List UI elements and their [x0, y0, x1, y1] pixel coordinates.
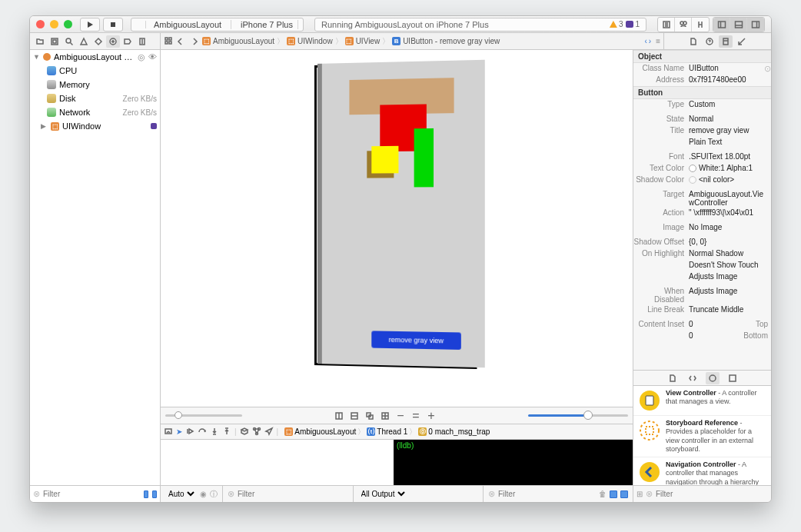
console-pane-left[interactable]: [610, 490, 617, 498]
navigator-selector[interactable]: [30, 33, 161, 49]
assistant-editor-icon[interactable]: [675, 18, 692, 32]
scheme-selector[interactable]: AmbiguousLayout iPhone 7 Plus: [131, 18, 304, 32]
library-item-storyboard-reference[interactable]: Storyboard Reference - Provides a placeh…: [633, 416, 771, 457]
variables-scope-selector[interactable]: Auto: [165, 489, 197, 499]
file-template-icon[interactable]: [666, 372, 680, 384]
uiwindow-row[interactable]: ▶⬚UIWindow: [30, 119, 160, 133]
warnings-badge[interactable]: 3: [610, 20, 623, 28]
code-snippet-icon[interactable]: [686, 372, 700, 384]
report-nav-icon[interactable]: [135, 35, 149, 48]
next-item-icon[interactable]: ›: [649, 37, 651, 45]
green-view[interactable]: [414, 128, 434, 188]
step-over-icon[interactable]: [198, 427, 207, 437]
editor-mode-segment[interactable]: [657, 17, 710, 32]
layers-icon[interactable]: [362, 409, 377, 423]
eye-icon[interactable]: 👁: [148, 52, 157, 62]
library-grid-icon[interactable]: ⊞: [636, 490, 643, 498]
classname-jump-icon[interactable]: ⊙: [764, 64, 771, 74]
file-inspector-icon[interactable]: [686, 35, 700, 48]
continue-icon[interactable]: [185, 427, 194, 437]
jump-bar[interactable]: ⬚AmbiguousLayout〉 ⬚UIWindow〉 ⬚UIView〉 BU…: [161, 33, 663, 49]
cpu-row[interactable]: CPU: [30, 64, 160, 78]
find-nav-icon[interactable]: [62, 35, 76, 48]
object-library-list[interactable]: View Controller - A controller that mana…: [633, 385, 771, 485]
media-library-icon[interactable]: [726, 372, 740, 384]
version-editor-icon[interactable]: [692, 18, 709, 32]
hide-debug-icon[interactable]: [164, 427, 173, 437]
quick-help-icon[interactable]: [703, 35, 716, 48]
debug-nav-icon[interactable]: [106, 35, 120, 48]
project-nav-icon[interactable]: [33, 35, 47, 48]
process-row[interactable]: ▼ AmbiguousLayout PID 28… ◎ 👁: [30, 50, 160, 64]
trash-icon[interactable]: 🗑: [599, 490, 607, 498]
size-inspector-icon[interactable]: [735, 35, 749, 48]
view-debugger-canvas[interactable]: remove gray view: [161, 50, 633, 407]
inspector-selector[interactable]: [663, 33, 771, 49]
constraints-icon[interactable]: [347, 409, 362, 423]
rendered-hierarchy[interactable]: remove gray view: [314, 62, 477, 369]
output-scope-selector[interactable]: All Output: [358, 489, 407, 499]
spacing-slider[interactable]: [165, 414, 242, 417]
step-into-icon[interactable]: [210, 427, 219, 437]
related-items-icon[interactable]: [164, 36, 173, 47]
library-item-navigation-controller[interactable]: Navigation Controller - A controller tha…: [633, 457, 771, 485]
standard-editor-icon[interactable]: [658, 18, 675, 32]
navigator-filter-input[interactable]: [43, 490, 141, 498]
variables-filter-input[interactable]: [238, 490, 348, 498]
vars-filter-clear-icon[interactable]: ⊗: [228, 489, 234, 499]
network-row[interactable]: NetworkZero KB/s: [30, 105, 160, 119]
visible-range-slider[interactable]: [528, 414, 628, 417]
step-out-icon[interactable]: [222, 427, 231, 437]
object-library-icon[interactable]: [706, 372, 720, 384]
object-inspector-icon[interactable]: [719, 35, 733, 48]
test-nav-icon[interactable]: [91, 35, 105, 48]
filter-toggle-1[interactable]: [144, 490, 148, 498]
stop-button[interactable]: [103, 18, 123, 32]
zoom-out-icon[interactable]: −: [393, 409, 408, 423]
close-button[interactable]: [36, 20, 45, 28]
yellow-view[interactable]: [371, 146, 398, 174]
disk-row[interactable]: DiskZero KB/s: [30, 91, 160, 105]
bottom-panel-icon[interactable]: [730, 18, 747, 32]
memory-row[interactable]: Memory: [30, 78, 160, 91]
zoom-in-icon[interactable]: +: [424, 409, 439, 423]
filter-toggle-2[interactable]: [152, 490, 157, 498]
thread-breadcrumb[interactable]: ⬚AmbiguousLayout〉 ⒯Thread 1〉 ⓪0 mach_msg…: [284, 427, 490, 437]
symbol-nav-icon[interactable]: [48, 35, 61, 48]
jumpbar-menu-icon[interactable]: ≡: [656, 37, 660, 45]
location-icon[interactable]: [264, 427, 274, 437]
view-debug-icon[interactable]: [240, 427, 249, 437]
breakpoint-toggle-icon[interactable]: ➤: [176, 427, 182, 436]
output-filter-input[interactable]: [498, 490, 596, 498]
memory-graph-icon[interactable]: [252, 427, 261, 437]
zoom-actual-icon[interactable]: =: [408, 409, 424, 423]
minimize-button[interactable]: [50, 20, 58, 28]
library-filter-clear-icon[interactable]: ⊗: [646, 489, 653, 499]
bullseye-icon[interactable]: ◎: [138, 52, 145, 62]
breadcrumb[interactable]: ⬚AmbiguousLayout〉 ⬚UIWindow〉 ⬚UIView〉 BU…: [202, 36, 500, 47]
out-filter-clear-icon[interactable]: ⊗: [488, 489, 495, 499]
issue-nav-icon[interactable]: [77, 35, 91, 48]
forward-button[interactable]: [188, 35, 201, 48]
prev-item-icon[interactable]: ‹: [644, 37, 646, 45]
breakpoint-nav-icon[interactable]: [121, 35, 135, 48]
print-desc-icon[interactable]: ⓘ: [210, 489, 218, 500]
console-pane-right[interactable]: [620, 490, 628, 498]
library-filter-input[interactable]: [656, 490, 768, 498]
quicklook-icon[interactable]: ◉: [200, 490, 207, 498]
run-button[interactable]: [80, 18, 100, 32]
library-tabs[interactable]: [633, 370, 771, 385]
console-output[interactable]: (lldb): [394, 440, 633, 485]
right-panel-icon[interactable]: [747, 18, 764, 32]
back-button[interactable]: [174, 35, 187, 48]
left-panel-icon[interactable]: [713, 18, 730, 32]
panel-toggle-segment[interactable]: [713, 17, 765, 32]
filter-clear-icon[interactable]: ⊗: [33, 489, 40, 499]
clipped-content-icon[interactable]: [331, 409, 347, 423]
variables-view[interactable]: [161, 440, 394, 485]
library-item-view-controller[interactable]: View Controller - A controller that mana…: [633, 386, 771, 416]
remove-gray-view-button[interactable]: remove gray view: [371, 331, 461, 350]
wireframes-icon[interactable]: [377, 409, 393, 423]
zoom-button[interactable]: [64, 20, 72, 28]
issues-badge[interactable]: 1: [626, 20, 640, 28]
